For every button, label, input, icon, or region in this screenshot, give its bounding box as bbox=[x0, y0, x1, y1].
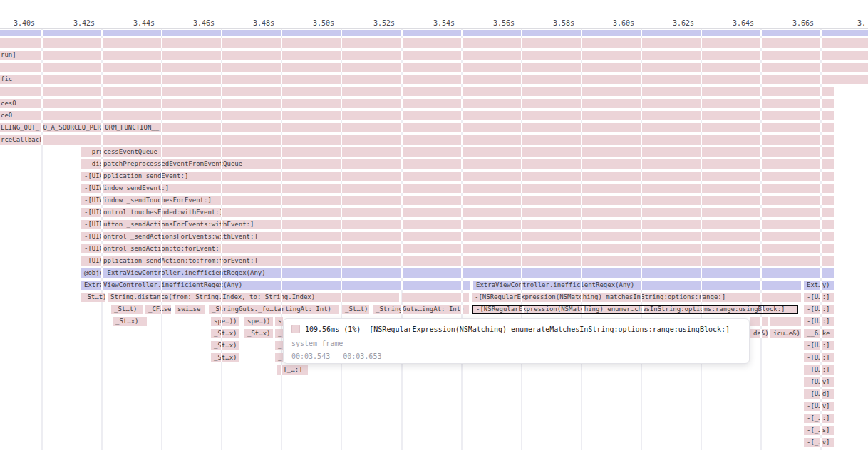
flame-frame[interactable]: __dispatchPreprocessedEventFromEventQueu… bbox=[81, 159, 834, 169]
gridline-gap bbox=[521, 208, 522, 217]
flame-frame[interactable]: -[UIControl touchesEnded:withEvent:] bbox=[81, 208, 834, 217]
flame-frame[interactable]: _ bbox=[275, 353, 283, 362]
flame-frame[interactable] bbox=[0, 87, 834, 96]
flame-frame[interactable]: s bbox=[275, 317, 283, 326]
flame-frame[interactable]: _St…x) bbox=[211, 341, 239, 350]
gridline-gap bbox=[641, 99, 642, 108]
flame-frame[interactable]: Ext…y) bbox=[804, 281, 834, 290]
flame-frame[interactable]: _St…t) bbox=[111, 305, 143, 314]
gridline-gap bbox=[760, 87, 762, 96]
flame-frame[interactable]: _St…t) bbox=[342, 305, 369, 314]
gridline-gap bbox=[161, 135, 162, 145]
flame-frame[interactable]: String.distance(from: String.Index, to: … bbox=[108, 293, 399, 302]
gridline-gap bbox=[401, 256, 403, 266]
flame-frame[interactable]: @objc ExtraViewController.inefficientReg… bbox=[81, 268, 834, 278]
flame-frame[interactable]: LLING_OUT_TO_A_SOURCE0_PERFORM_FUNCTION_… bbox=[0, 123, 834, 132]
gridline-gap bbox=[701, 244, 702, 253]
gridline-gap bbox=[641, 184, 642, 193]
timeline-ruler[interactable]: 3.40s3.42s3.44s3.46s3.48s3.50s3.52s3.54s… bbox=[0, 0, 868, 29]
gridline-gap bbox=[820, 438, 822, 447]
flame-frame[interactable]: -[U…:] bbox=[804, 365, 834, 375]
flame-frame[interactable]: -[_…:] bbox=[277, 365, 308, 375]
frame-label: ExtraViewController.inefficientRegex(Any… bbox=[84, 281, 242, 290]
flame-frame[interactable]: __processEventQueue bbox=[81, 147, 834, 157]
gridline-gap bbox=[161, 208, 162, 217]
gridline-gap bbox=[521, 196, 522, 205]
flame-frame[interactable]: -[U…:] bbox=[804, 305, 834, 314]
flame-frame[interactable] bbox=[402, 293, 469, 302]
flame-frame[interactable]: -[UIWindow _sendTouchesForEvent:] bbox=[81, 196, 834, 205]
gridline-gap bbox=[641, 38, 642, 48]
flame-frame[interactable]: spe…)) bbox=[211, 317, 239, 326]
gridline-gap bbox=[701, 159, 702, 169]
gridline-gap bbox=[401, 281, 403, 290]
flame-frame[interactable]: -[UIControl sendAction:to:forEvent:] bbox=[81, 244, 834, 253]
flame-frame[interactable]: _St…x) bbox=[211, 353, 239, 362]
flame-frame[interactable]: -[U…:] bbox=[804, 353, 834, 362]
gridline-gap bbox=[581, 244, 582, 253]
flame-frame[interactable]: -[UIApplication sendEvent:] bbox=[81, 172, 834, 181]
flame-frame[interactable]: run] bbox=[0, 51, 868, 60]
flame-frame[interactable]: _St…t) bbox=[81, 293, 105, 302]
flame-frame[interactable]: -[UIButton _sendActionsForEvents:withEve… bbox=[81, 220, 834, 229]
flame-frame[interactable] bbox=[770, 317, 801, 326]
flame-frame[interactable]: _StringGuts…ingAt: Int) bbox=[373, 305, 469, 314]
flame-frame[interactable]: swi…se bbox=[175, 305, 205, 314]
flame-frame[interactable]: -[U…v] bbox=[804, 402, 834, 411]
flame-frame[interactable]: _ bbox=[275, 329, 283, 338]
flame-frame[interactable] bbox=[0, 30, 868, 36]
flame-frame[interactable]: -[U…:] bbox=[804, 341, 834, 350]
gridline-gap bbox=[461, 135, 463, 145]
frame-label: String.distance(from: String.Index, to: … bbox=[110, 293, 315, 302]
frame-label: -[_…s] bbox=[807, 426, 830, 435]
flame-frame[interactable]: -[NSRegularExpression(NSMatching) matche… bbox=[472, 293, 801, 302]
gridline-gap bbox=[341, 232, 342, 241]
flame-frame[interactable]: -[UIWindow sendEvent:] bbox=[81, 184, 834, 193]
gridline-gap bbox=[641, 268, 642, 278]
flame-frame[interactable]: _St…x) bbox=[113, 317, 147, 326]
time-label: 3.66s bbox=[790, 19, 814, 28]
gridline-gap bbox=[701, 75, 702, 84]
gridline-gap bbox=[461, 184, 463, 193]
flame-frame[interactable]: -[_…v] bbox=[804, 438, 834, 447]
flame-frame[interactable]: ExtraViewController.inefficientRegex(Any… bbox=[81, 281, 470, 290]
flame-frame[interactable]: de&) bbox=[750, 329, 768, 338]
flame-frame[interactable]: -[_…:] bbox=[804, 414, 834, 423]
flame-frame[interactable]: -[_…s] bbox=[804, 426, 834, 435]
flame-frame[interactable]: -[U…:] bbox=[804, 317, 834, 326]
gridline-gap bbox=[820, 135, 822, 145]
flame-frame[interactable]: _ bbox=[275, 341, 283, 350]
gridline-gap bbox=[461, 256, 463, 266]
flame-frame[interactable]: spe…)) bbox=[244, 317, 273, 326]
flame-frame[interactable]: ExtraViewController.inefficientRegex(Any… bbox=[473, 281, 801, 290]
gridline-gap bbox=[581, 38, 582, 48]
time-label: 3.62s bbox=[670, 19, 694, 28]
gridline-gap bbox=[701, 184, 702, 193]
frame-label: _St…t) bbox=[114, 305, 138, 314]
flame-frame[interactable] bbox=[0, 38, 868, 48]
flame-frame[interactable]: -[U…v] bbox=[804, 377, 834, 387]
gridline-gap bbox=[281, 232, 282, 241]
flame-frame[interactable]: ce0 bbox=[0, 111, 834, 120]
frame-tooltip: 109.56ms (1%) -[NSRegularExpression(NSMa… bbox=[283, 318, 750, 364]
flame-frame[interactable]: -[UIApplication sendAction:to:from:forEv… bbox=[81, 256, 834, 266]
flame-frame-selected[interactable]: -[NSRegularExpression(NSMatching) enumer… bbox=[472, 305, 798, 314]
time-label: 3.48s bbox=[250, 19, 274, 28]
flame-frame[interactable]: rceCallback bbox=[0, 135, 834, 145]
flame-frame[interactable]: -[U…d] bbox=[804, 389, 834, 399]
flame-frame[interactable]: _StringGuts._fo…tartingAt: Int) bbox=[209, 305, 339, 314]
flame-frame[interactable]: __6…ke bbox=[804, 329, 834, 338]
flame-frame[interactable] bbox=[0, 63, 868, 72]
flame-frame[interactable]: _St…x) bbox=[211, 329, 239, 338]
flame-frame[interactable]: _St…x) bbox=[244, 329, 273, 338]
flame-frame[interactable]: -[U…:] bbox=[804, 293, 834, 302]
gridline-gap bbox=[581, 208, 582, 217]
flame-frame[interactable] bbox=[750, 317, 768, 326]
frame-label: -[_…v] bbox=[807, 438, 830, 447]
flame-frame[interactable]: icu…e&) bbox=[770, 329, 801, 338]
flame-frame[interactable]: _CF…se bbox=[145, 305, 171, 314]
flame-frame[interactable]: -[UIControl _sendActionsForEvents:withEv… bbox=[81, 232, 834, 241]
flame-frame[interactable]: ces0 bbox=[0, 99, 834, 108]
gridline-gap bbox=[281, 305, 282, 314]
flame-frame[interactable]: fic bbox=[0, 75, 868, 84]
